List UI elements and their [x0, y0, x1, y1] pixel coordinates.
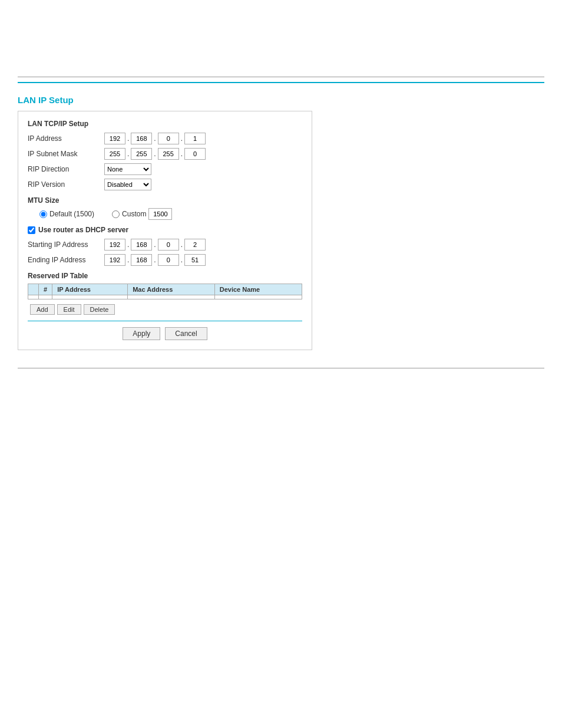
add-button[interactable]: Add [30, 304, 55, 315]
ending-ip-row: Ending IP Address . . . [28, 254, 302, 266]
ending-dot-3: . [180, 256, 183, 264]
subnet-c[interactable]: 255 [158, 148, 179, 160]
mtu-section: MTU Size Default (1500) Custom [28, 196, 302, 220]
ending-dot-1: . [127, 256, 130, 264]
delete-button[interactable]: Delete [84, 304, 115, 315]
subnet-dot-2: . [153, 150, 156, 158]
ip-subnet-row: IP Subnet Mask 255 . 255 . 255 . 0 [28, 148, 302, 160]
starting-dot-3: . [180, 241, 183, 249]
th-mac: Mac Address [128, 284, 215, 295]
th-check [28, 284, 39, 295]
empty-check [28, 295, 39, 299]
mtu-default-radio[interactable] [39, 210, 47, 218]
subnet-b[interactable]: 255 [131, 148, 152, 160]
content-area: LAN IP Setup LAN TCP/IP Setup IP Address… [18, 95, 544, 350]
reserved-ip-table: # IP Address Mac Address Device Name [28, 284, 302, 299]
ip-address-a[interactable]: 192 [104, 133, 125, 144]
th-ip: IP Address [52, 284, 128, 295]
mtu-title: MTU Size [28, 196, 302, 205]
rip-version-select[interactable]: Disabled RIP-1 RIP-2 Both [104, 179, 151, 190]
dhcp-label: Use router as DHCP server [38, 226, 128, 234]
dhcp-checkbox[interactable] [28, 226, 35, 234]
edit-button[interactable]: Edit [57, 304, 81, 315]
ending-dot-2: . [153, 256, 156, 264]
starting-ip-a[interactable] [104, 239, 125, 251]
mtu-default-label: Default (1500) [49, 210, 94, 218]
subnet-dot-3: . [180, 150, 183, 158]
ending-ip-b[interactable] [131, 254, 152, 266]
mtu-custom-input[interactable] [148, 208, 172, 220]
form-divider [28, 321, 302, 321]
empty-mac [128, 295, 215, 299]
empty-device [214, 295, 302, 299]
second-rule [18, 82, 544, 83]
ip-address-label: IP Address [28, 134, 104, 143]
rip-direction-select[interactable]: None Both In Only Out Only [104, 163, 151, 175]
reserved-table-title: Reserved IP Table [28, 272, 302, 280]
table-row-empty [28, 295, 302, 299]
ip-address-row: IP Address 192 . 168 . 0 . 1 [28, 133, 302, 144]
starting-ip-label: Starting IP Address [28, 241, 104, 249]
subnet-d[interactable]: 0 [184, 148, 206, 160]
ip-dot-3: . [180, 134, 183, 143]
dhcp-section: Use router as DHCP server Starting IP Ad… [28, 226, 302, 266]
th-device: Device Name [214, 284, 302, 295]
table-buttons: Add Edit Delete [28, 304, 302, 315]
reserved-section: Reserved IP Table # IP Address Mac Addre… [28, 272, 302, 315]
ip-dot-1: . [127, 134, 130, 143]
ending-ip-inputs: . . . [104, 254, 206, 266]
rip-direction-label: RIP Direction [28, 165, 104, 173]
starting-dot-2: . [153, 241, 156, 249]
top-rule [18, 77, 544, 77]
rip-version-label: RIP Version [28, 180, 104, 189]
bottom-rule [18, 368, 544, 368]
mtu-default-group: Default (1500) [39, 210, 94, 218]
starting-ip-row: Starting IP Address . . . [28, 239, 302, 251]
dhcp-checkbox-row: Use router as DHCP server [28, 226, 302, 234]
empty-ip [52, 295, 128, 299]
form-container: LAN TCP/IP Setup IP Address 192 . 168 . … [18, 111, 312, 350]
ip-address-d[interactable]: 1 [184, 133, 206, 144]
ending-ip-d[interactable] [184, 254, 206, 266]
mtu-custom-label: Custom [122, 210, 146, 218]
ending-ip-c[interactable] [158, 254, 179, 266]
subnet-a[interactable]: 255 [104, 148, 125, 160]
mtu-custom-radio[interactable] [112, 210, 120, 218]
starting-ip-b[interactable] [131, 239, 152, 251]
cancel-button[interactable]: Cancel [165, 327, 207, 340]
ip-dot-2: . [153, 134, 156, 143]
rip-direction-row: RIP Direction None Both In Only Out Only [28, 163, 302, 175]
ip-address-b[interactable]: 168 [131, 133, 152, 144]
rip-version-row: RIP Version Disabled RIP-1 RIP-2 Both [28, 179, 302, 190]
apply-button[interactable]: Apply [123, 327, 160, 340]
starting-dot-1: . [127, 241, 130, 249]
bottom-buttons: Apply Cancel [28, 327, 302, 340]
ip-address-inputs: 192 . 168 . 0 . 1 [104, 133, 206, 144]
page-wrapper: LAN IP Setup LAN TCP/IP Setup IP Address… [0, 77, 562, 728]
ending-ip-a[interactable] [104, 254, 125, 266]
starting-ip-inputs: . . . [104, 239, 206, 251]
mtu-custom-group: Custom [112, 208, 172, 220]
page-title: LAN IP Setup [18, 95, 544, 105]
ip-address-c[interactable]: 0 [158, 133, 179, 144]
starting-ip-d[interactable] [184, 239, 206, 251]
th-num: # [39, 284, 52, 295]
ip-subnet-inputs: 255 . 255 . 255 . 0 [104, 148, 206, 160]
empty-num [39, 295, 52, 299]
mtu-row: Default (1500) Custom [39, 208, 302, 220]
ip-subnet-label: IP Subnet Mask [28, 150, 104, 158]
ending-ip-label: Ending IP Address [28, 256, 104, 264]
subnet-dot-1: . [127, 150, 130, 158]
starting-ip-c[interactable] [158, 239, 179, 251]
lan-tcpip-title: LAN TCP/IP Setup [28, 120, 302, 128]
